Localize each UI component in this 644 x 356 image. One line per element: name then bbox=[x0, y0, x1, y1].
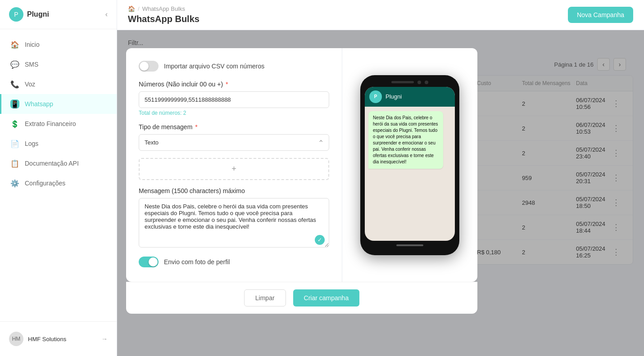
docs-icon: 📋 bbox=[10, 159, 19, 168]
profile-photo-toggle[interactable] bbox=[139, 257, 159, 267]
breadcrumb: 🏠 / WhatsApp Bulks bbox=[128, 5, 200, 12]
phone-notch bbox=[365, 81, 455, 84]
csv-toggle[interactable] bbox=[139, 61, 159, 72]
chat-sender-name: Plugni bbox=[385, 93, 402, 100]
profile-photo-label: Envio com foto de perfil bbox=[164, 258, 230, 266]
header-left: 🏠 / WhatsApp Bulks WhatsApp Bulks bbox=[128, 5, 200, 24]
message-textarea-wrap: Neste Dia dos Pais, celebre o herói da s… bbox=[139, 198, 329, 249]
chat-bubble: Neste Dia dos Pais, celebre o herói da s… bbox=[368, 111, 443, 169]
chat-body: Neste Dia dos Pais, celebre o herói da s… bbox=[365, 107, 455, 241]
profile-photo-toggle-row: Envio com foto de perfil bbox=[139, 257, 329, 267]
whatsapp-icon: 📱 bbox=[10, 99, 19, 108]
sidebar-label-sms: SMS bbox=[25, 61, 38, 68]
sidebar-label-extrato: Extrato Financeiro bbox=[25, 120, 76, 127]
create-campaign-button[interactable]: Criar campanha bbox=[293, 289, 360, 306]
phone-camera bbox=[425, 81, 428, 84]
phone-frame: P Plugni Neste Dia dos Pais, celebre o h… bbox=[360, 75, 459, 255]
message-textarea[interactable]: Neste Dia dos Pais, celebre o herói da s… bbox=[139, 198, 329, 248]
logout-icon[interactable]: → bbox=[101, 335, 108, 342]
sidebar-item-voz[interactable]: 📞 Voz bbox=[0, 74, 117, 94]
clear-button[interactable]: Limpar bbox=[244, 289, 286, 306]
modal-box: Importar arquivo CSV com números Números… bbox=[126, 48, 477, 314]
sidebar-label-inicio: Inicio bbox=[25, 41, 40, 48]
new-campaign-button[interactable]: Nova Campanha bbox=[568, 7, 633, 23]
sidebar-label-logs: Logs bbox=[25, 140, 38, 147]
sidebar-item-config[interactable]: ⚙️ Configurações bbox=[0, 173, 117, 193]
breadcrumb-page: WhatsApp Bulks bbox=[142, 5, 185, 12]
modal-footer-actions: Limpar Criar campanha bbox=[126, 282, 477, 314]
sidebar-label-docs: Documentação API bbox=[25, 160, 79, 167]
config-icon: ⚙️ bbox=[10, 179, 19, 188]
breadcrumb-home-icon[interactable]: 🏠 bbox=[128, 5, 135, 12]
csv-toggle-row: Importar arquivo CSV com números bbox=[139, 61, 329, 72]
phone-home-bar bbox=[365, 241, 455, 250]
modal-top: Importar arquivo CSV com números Números… bbox=[126, 48, 477, 282]
collapse-sidebar-button[interactable]: ‹ bbox=[105, 10, 108, 18]
sidebar-label-config: Configurações bbox=[25, 180, 65, 187]
logs-icon: 📄 bbox=[10, 139, 19, 148]
sms-icon: 💬 bbox=[10, 60, 19, 69]
numbers-input[interactable] bbox=[139, 91, 329, 108]
numbers-count: Total de números: 2 bbox=[139, 110, 329, 116]
sidebar: P Plugni ‹ 🏠 Inicio 💬 SMS 📞 Voz 📱 Whatsa… bbox=[0, 0, 117, 356]
logo-area: P Plugni bbox=[9, 7, 49, 22]
sidebar-nav: 🏠 Inicio 💬 SMS 📞 Voz 📱 Whatsapp 💲 Extrat… bbox=[0, 29, 117, 321]
chat-message: Neste Dia dos Pais, celebre o herói da s… bbox=[373, 115, 438, 164]
sidebar-label-whatsapp: Whatsapp bbox=[25, 100, 53, 108]
csv-toggle-label: Importar arquivo CSV com números bbox=[164, 63, 264, 70]
sidebar-item-whatsapp[interactable]: 📱 Whatsapp bbox=[0, 94, 117, 114]
content-area: Filtr... Página 1 de 16 ‹ › ID Campanha … bbox=[117, 30, 644, 356]
sidebar-item-logs[interactable]: 📄 Logs bbox=[0, 134, 117, 153]
breadcrumb-separator: / bbox=[138, 5, 140, 12]
message-label: Mensagem (1500 characters) máximo bbox=[139, 187, 329, 194]
avatar: HM bbox=[9, 332, 23, 346]
modal-overlay: Importar arquivo CSV com números Números… bbox=[117, 30, 644, 356]
chat-avatar: P bbox=[369, 90, 382, 103]
sidebar-item-inicio[interactable]: 🏠 Inicio bbox=[0, 35, 117, 54]
phone-camera bbox=[417, 81, 421, 84]
phone-speaker bbox=[391, 81, 414, 83]
home-bar bbox=[396, 244, 423, 246]
sidebar-item-docs[interactable]: 📋 Documentação API bbox=[0, 153, 117, 173]
add-media-button[interactable]: + bbox=[139, 158, 329, 180]
message-check-icon: ✓ bbox=[315, 235, 325, 245]
logo-icon: P bbox=[9, 7, 23, 22]
page-header: 🏠 / WhatsApp Bulks WhatsApp Bulks Nova C… bbox=[117, 0, 644, 30]
main-content: 🏠 / WhatsApp Bulks WhatsApp Bulks Nova C… bbox=[117, 0, 644, 356]
message-type-select-wrap: Texto Imagem Vídeo Documento ⌃ bbox=[139, 134, 329, 151]
modal-form: Importar arquivo CSV com números Números… bbox=[126, 48, 342, 282]
user-name: HMF Solutions bbox=[28, 336, 97, 342]
extrato-icon: 💲 bbox=[10, 119, 19, 128]
create-campaign-modal: Importar arquivo CSV com números Números… bbox=[126, 48, 495, 314]
sidebar-label-voz: Voz bbox=[25, 81, 35, 88]
sidebar-bottom: HM HMF Solutions → bbox=[0, 321, 117, 356]
message-type-select[interactable]: Texto Imagem Vídeo Documento bbox=[139, 134, 329, 151]
sidebar-header: P Plugni ‹ bbox=[0, 0, 117, 29]
user-area[interactable]: HM HMF Solutions → bbox=[0, 327, 117, 351]
numbers-label: Números (Não incluir 00 ou +) * bbox=[139, 81, 329, 88]
message-type-label: Tipo de mensagem * bbox=[139, 123, 329, 131]
app-name: Plugni bbox=[27, 10, 49, 18]
modal-preview: P Plugni Neste Dia dos Pais, celebre o h… bbox=[342, 48, 477, 282]
sidebar-item-sms[interactable]: 💬 SMS bbox=[0, 54, 117, 74]
sidebar-item-extrato[interactable]: 💲 Extrato Financeiro bbox=[0, 114, 117, 134]
page-title: WhatsApp Bulks bbox=[128, 14, 200, 24]
voz-icon: 📞 bbox=[10, 80, 19, 89]
phone-screen: P Plugni Neste Dia dos Pais, celebre o h… bbox=[365, 87, 455, 241]
chat-header: P Plugni bbox=[365, 87, 455, 107]
home-icon: 🏠 bbox=[10, 40, 19, 49]
